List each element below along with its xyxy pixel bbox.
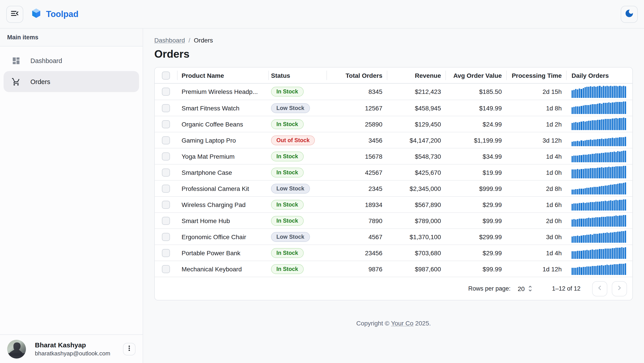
copyright-prefix: Copyright © <box>356 320 391 327</box>
row-checkbox-cell <box>155 217 177 225</box>
account-menu-button[interactable] <box>123 343 136 355</box>
shopping-cart-icon <box>12 77 20 86</box>
unfold-more-icon <box>526 285 534 292</box>
total-orders-cell: 25890 <box>326 120 387 128</box>
breadcrumb: Dashboard / Orders <box>143 29 644 44</box>
row-checkbox[interactable] <box>162 265 170 273</box>
table-header-row: Product NameStatusTotal OrdersRevenueAvg… <box>155 67 632 84</box>
row-checkbox[interactable] <box>162 104 170 112</box>
row-checkbox-cell <box>155 265 177 273</box>
product-name-cell: Gaming Laptop Pro <box>177 137 268 144</box>
column-header-time[interactable]: Processing Time <box>506 67 566 83</box>
row-checkbox[interactable] <box>162 168 170 176</box>
product-name-cell: Organic Coffee Beans <box>177 120 268 128</box>
copyright: Copyright © Your Co 2025. <box>143 320 644 327</box>
avg-order-value-cell: $29.99 <box>446 201 506 208</box>
avg-order-value-cell: $185.50 <box>446 88 506 95</box>
next-page-button[interactable] <box>612 281 627 296</box>
status-cell: In Stock <box>268 200 326 209</box>
processing-time-cell: 3d 12h <box>506 137 566 144</box>
row-checkbox[interactable] <box>162 233 170 241</box>
column-header-total[interactable]: Total Orders <box>326 67 387 83</box>
company-link[interactable]: Your Co <box>391 320 414 327</box>
row-checkbox-cell <box>155 136 177 144</box>
daily-orders-sparkline <box>572 150 626 162</box>
top-bar: Toolpad <box>0 0 644 29</box>
table-row[interactable]: Smart Fitness WatchLow Stock12567$458,94… <box>155 100 632 116</box>
status-cell: In Stock <box>268 87 326 97</box>
daily-orders-sparkline <box>572 230 626 243</box>
table-body: Premium Wireless Headp...In Stock8345$21… <box>155 84 632 277</box>
table-row[interactable]: Smart Home HubIn Stock7890$789,000$99.99… <box>155 212 632 228</box>
row-checkbox[interactable] <box>162 201 170 209</box>
status-badge: Low Stock <box>271 103 310 113</box>
status-cell: Low Stock <box>268 103 326 113</box>
moon-icon <box>624 8 634 20</box>
revenue-cell: $2,345,000 <box>387 185 446 192</box>
row-checkbox[interactable] <box>162 136 170 144</box>
copyright-suffix: 2025. <box>414 320 431 327</box>
total-orders-cell: 8345 <box>326 88 387 95</box>
brand[interactable]: Toolpad <box>31 8 78 20</box>
theme-toggle-button[interactable] <box>621 5 638 22</box>
daily-orders-sparkline <box>572 101 626 114</box>
daily-orders-cell <box>566 213 632 228</box>
daily-orders-sparkline <box>572 166 626 178</box>
table-row[interactable]: Yoga Mat PremiumIn Stock15678$548,730$34… <box>155 148 632 164</box>
processing-time-cell: 1d 6h <box>506 201 566 208</box>
table-row[interactable]: Organic Coffee BeansIn Stock25890$129,45… <box>155 116 632 132</box>
row-checkbox[interactable] <box>162 88 170 96</box>
select-all-checkbox[interactable] <box>162 71 170 79</box>
column-header-spark[interactable]: Daily Orders <box>566 67 632 83</box>
dashboard-icon <box>12 56 20 65</box>
column-header-name[interactable]: Product Name <box>177 67 268 83</box>
table-pagination: Rows per page: 20 1–12 of 12 <box>155 277 632 300</box>
product-name-cell: Yoga Mat Premium <box>177 153 268 160</box>
column-header-status[interactable]: Status <box>268 67 326 83</box>
table-row[interactable]: Portable Power BankIn Stock23456$703,680… <box>155 245 632 261</box>
daily-orders-cell <box>566 100 632 116</box>
column-header-revenue[interactable]: Revenue <box>387 67 446 83</box>
table-row[interactable]: Premium Wireless Headp...In Stock8345$21… <box>155 84 632 100</box>
chevron-left-icon <box>595 283 604 294</box>
orders-table: Product NameStatusTotal OrdersRevenueAvg… <box>154 67 633 300</box>
total-orders-cell: 2345 <box>326 185 387 192</box>
avg-order-value-cell: $29.99 <box>446 249 506 256</box>
breadcrumb-dashboard-link[interactable]: Dashboard <box>154 37 185 44</box>
row-checkbox[interactable] <box>162 120 170 128</box>
select-all-cell <box>155 67 177 83</box>
sidebar-item-orders[interactable]: Orders <box>4 71 139 92</box>
table-row[interactable]: Smartphone CaseIn Stock42567$425,670$19.… <box>155 164 632 180</box>
table-row[interactable]: Professional Camera KitLow Stock2345$2,3… <box>155 180 632 196</box>
daily-orders-sparkline <box>572 262 626 275</box>
row-checkbox[interactable] <box>162 184 170 192</box>
rows-per-page-select[interactable]: 20 <box>518 285 534 292</box>
daily-orders-cell <box>566 261 632 277</box>
table-row[interactable]: Gaming Laptop ProOut of Stock3456$4,147,… <box>155 132 632 148</box>
avatar <box>7 340 26 358</box>
row-checkbox-cell <box>155 88 177 96</box>
sidebar-item-dashboard[interactable]: Dashboard <box>4 50 139 71</box>
processing-time-cell: 1d 12h <box>506 265 566 273</box>
row-checkbox-cell <box>155 233 177 241</box>
table-row[interactable]: Wireless Charging PadIn Stock18934$567,8… <box>155 196 632 212</box>
revenue-cell: $212,423 <box>387 88 446 95</box>
processing-time-cell: 1d 4h <box>506 249 566 256</box>
processing-time-cell: 2d 15h <box>506 88 566 95</box>
table-row[interactable]: Ergonomic Office ChairLow Stock4567$1,37… <box>155 228 632 245</box>
table-row[interactable]: Mechanical KeyboardIn Stock9876$987,600$… <box>155 261 632 277</box>
row-checkbox-cell <box>155 168 177 176</box>
processing-time-cell: 1d 8h <box>506 104 566 111</box>
row-checkbox[interactable] <box>162 217 170 225</box>
row-checkbox[interactable] <box>162 152 170 160</box>
sidebar-collapse-button[interactable] <box>6 5 23 22</box>
previous-page-button[interactable] <box>592 281 607 296</box>
menu-open-icon <box>10 8 20 20</box>
product-name-cell: Mechanical Keyboard <box>177 265 268 273</box>
account-email: bharatkashyap@outlook.com <box>35 350 110 357</box>
column-header-avg[interactable]: Avg Order Value <box>446 67 506 83</box>
status-badge: In Stock <box>271 248 304 258</box>
revenue-cell: $4,147,200 <box>387 137 446 144</box>
processing-time-cell: 1d 4h <box>506 153 566 160</box>
row-checkbox[interactable] <box>162 249 170 257</box>
